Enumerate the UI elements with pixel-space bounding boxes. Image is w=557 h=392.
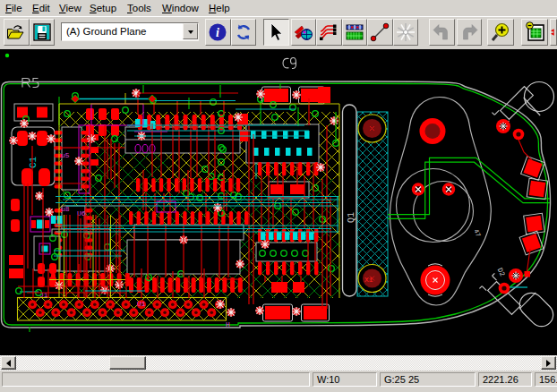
svg-text:u5: u5 xyxy=(61,151,70,159)
svg-text:U1: U1 xyxy=(137,300,146,308)
svg-text:X1: X1 xyxy=(364,276,373,284)
svg-text:i: i xyxy=(216,26,219,39)
svg-text:C1: C1 xyxy=(28,156,39,168)
svg-text:H: H xyxy=(226,320,230,328)
svg-text:Q1: Q1 xyxy=(347,212,356,223)
